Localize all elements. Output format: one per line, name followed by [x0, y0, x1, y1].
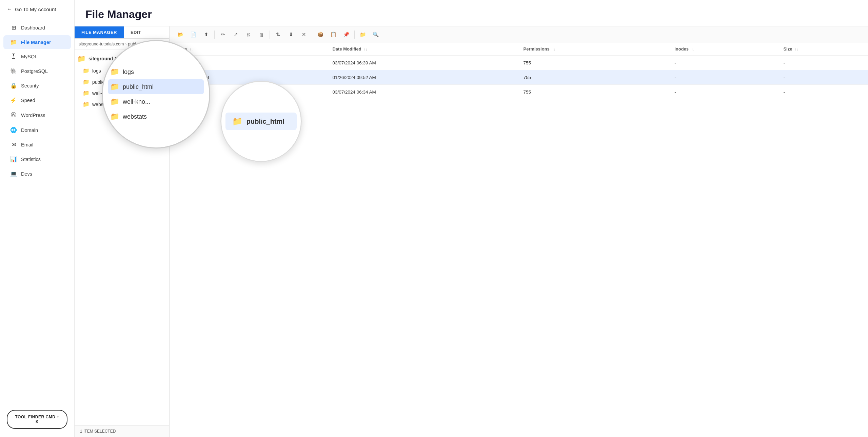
- sidebar-item-security[interactable]: 🔒 Security: [3, 79, 71, 93]
- sidebar-label-wordpress: WordPress: [21, 113, 45, 118]
- sidebar-nav: ⊞ Dashboard 📁 File Manager 🗄 MySQL 🐘 Pos…: [0, 17, 74, 404]
- table-header: Name ↑↓Date Modified ↑↓Permissions ↑↓Ino…: [170, 43, 868, 55]
- cell-inodes-logs: -: [669, 55, 778, 70]
- go-to-account-button[interactable]: ← Go To My Account: [0, 0, 74, 17]
- tree-label-logs: logs: [92, 68, 101, 74]
- sort-icon-size: ↑↓: [795, 47, 798, 51]
- tree-item-well-know...[interactable]: 📁 well-know...: [75, 87, 169, 99]
- cell-name-webstats: 📁 webstats: [170, 85, 327, 99]
- cell-size-public_html: -: [778, 70, 868, 85]
- toolbar-btn-delete-6[interactable]: 🗑: [256, 29, 267, 40]
- tool-finder-button[interactable]: TOOL FINDER CMD + K: [7, 410, 67, 429]
- table-row[interactable]: 📁 public_html 01/26/2024 09:52 AM 755 - …: [170, 70, 868, 85]
- toolbar-btn-search-14[interactable]: 🔍: [370, 29, 381, 40]
- toolbar-btn-edit-3[interactable]: ✏: [217, 29, 228, 40]
- sidebar-label-mysql: MySQL: [21, 54, 37, 59]
- domain-icon: 🌐: [10, 127, 17, 133]
- sidebar-item-file-manager[interactable]: 📁 File Manager: [3, 35, 71, 49]
- sidebar-item-mysql[interactable]: 🗄 MySQL: [3, 50, 71, 63]
- col-header-permissions[interactable]: Permissions ↑↓: [518, 43, 669, 55]
- speed-icon: ⚡: [10, 97, 17, 103]
- toolbar-btn-pin-12[interactable]: 📌: [341, 29, 352, 40]
- breadcrumb: siteground-tutorials.com › publ...: [75, 39, 169, 49]
- col-header-name[interactable]: Name ↑↓: [170, 43, 327, 55]
- sidebar-item-devs[interactable]: 💻 Devs: [3, 167, 71, 181]
- col-header-inodes[interactable]: Inodes ↑↓: [669, 43, 778, 55]
- toolbar: 📂📄⬆✏↗⎘🗑⇅⬇✕📦📋📌📁🔍: [170, 26, 868, 43]
- cell-inodes-public_html: -: [669, 70, 778, 85]
- toolbar-separator-10: [312, 31, 312, 39]
- toolbar-btn-move-7[interactable]: ⇅: [273, 29, 283, 40]
- file-manager-icon: 📁: [10, 39, 17, 45]
- security-icon: 🔒: [10, 82, 17, 89]
- cell-name-public_html: 📁 public_html: [170, 70, 327, 85]
- sidebar-label-devs: Devs: [21, 171, 32, 177]
- sidebar-item-speed[interactable]: ⚡ Speed: [3, 93, 71, 107]
- cell-size-logs: -: [778, 55, 868, 70]
- sidebar-item-wordpress[interactable]: Ⓦ WordPress: [3, 108, 71, 122]
- status-bar: 1 ITEM SELECTED: [75, 425, 169, 437]
- cell-date-webstats: 03/07/2024 06:34 AM: [327, 85, 518, 99]
- sidebar-item-statistics[interactable]: 📊 Statistics: [3, 152, 71, 166]
- status-text: 1 ITEM SELECTED: [80, 429, 116, 434]
- filename-webstats: webstats: [186, 90, 204, 95]
- tab-file-manager-tab[interactable]: FILE MANAGER: [75, 26, 124, 38]
- toolbar-btn-download-8[interactable]: ⬇: [285, 29, 296, 40]
- statistics-icon: 📊: [10, 156, 17, 162]
- toolbar-btn-delete-9[interactable]: ✕: [298, 29, 309, 40]
- tree-item-logs[interactable]: 📁 logs: [75, 65, 169, 76]
- sidebar-label-dashboard: Dashboard: [21, 25, 45, 31]
- root-folder-icon: 📁: [77, 55, 86, 63]
- toolbar-btn-new-folder-0[interactable]: 📂: [175, 29, 186, 40]
- sidebar-label-statistics: Statistics: [21, 157, 41, 162]
- cell-inodes-webstats: -: [669, 85, 778, 99]
- folder-tree: 📁siteground-tutorials.com 📁 logs 📁 publi…: [75, 49, 169, 425]
- sidebar-label-speed: Speed: [21, 98, 35, 103]
- sidebar-item-email[interactable]: ✉ Email: [3, 138, 71, 152]
- file-manager: FILE MANAGEREDIT siteground-tutorials.co…: [75, 26, 868, 437]
- table-row[interactable]: 📁 webstats 03/07/2024 06:34 AM 755 - -: [170, 85, 868, 99]
- tab-bar: FILE MANAGEREDIT: [75, 26, 169, 39]
- sidebar-item-domain[interactable]: 🌐 Domain: [3, 123, 71, 137]
- toolbar-btn-copy-11[interactable]: 📋: [328, 29, 339, 40]
- sidebar-item-postgresql[interactable]: 🐘 PostgreSQL: [3, 64, 71, 78]
- breadcrumb-sep: ›: [125, 42, 126, 46]
- tree-label-well-know...: well-know...: [92, 91, 117, 96]
- toolbar-btn-new-file-1[interactable]: 📄: [188, 29, 199, 40]
- breadcrumb-root: siteground-tutorials.com: [79, 42, 124, 46]
- page-title: File Manager: [85, 8, 857, 21]
- toolbar-btn-move-4[interactable]: ↗: [230, 29, 241, 40]
- sidebar-item-dashboard[interactable]: ⊞ Dashboard: [3, 21, 71, 35]
- cell-size-webstats: -: [778, 85, 868, 99]
- table-row[interactable]: 📁 logs 03/07/2024 06:39 AM 755 - -: [170, 55, 868, 70]
- tree-label-public_html: public_html: [92, 79, 116, 85]
- toolbar-btn-copy-5[interactable]: ⎘: [243, 29, 254, 40]
- toolbar-separator-3: [214, 31, 215, 39]
- toolbar-btn-new-folder-13[interactable]: 📁: [357, 29, 368, 40]
- tree-item-public_html[interactable]: 📁 public_html: [75, 76, 169, 87]
- toolbar-btn-upload-2[interactable]: ⬆: [201, 29, 212, 40]
- back-arrow-icon: ←: [7, 6, 12, 12]
- folder-icon-webstats: 📁: [83, 101, 90, 107]
- devs-icon: 💻: [10, 171, 17, 177]
- tab-edit-tab[interactable]: EDIT: [124, 26, 148, 38]
- tree-root[interactable]: 📁siteground-tutorials.com: [75, 52, 169, 65]
- tree-item-webstats[interactable]: 📁 webstats: [75, 99, 169, 110]
- file-icon-public_html: 📁: [175, 74, 182, 81]
- col-header-size[interactable]: Size ↑↓: [778, 43, 868, 55]
- toolbar-separator-13: [354, 31, 355, 39]
- sort-icon-name: ↑↓: [190, 47, 193, 51]
- sort-icon-date_modified: ↑↓: [364, 47, 367, 51]
- col-header-date_modified[interactable]: Date Modified ↑↓: [327, 43, 518, 55]
- sidebar: ← Go To My Account ⊞ Dashboard 📁 File Ma…: [0, 0, 75, 437]
- filename-logs: logs: [186, 60, 194, 65]
- cell-name-logs: 📁 logs: [170, 55, 327, 70]
- sidebar-label-email: Email: [21, 142, 33, 147]
- tree-root-label: siteground-tutorials.com: [88, 56, 144, 61]
- wordpress-icon: Ⓦ: [10, 112, 17, 119]
- folder-icon-well-know...: 📁: [83, 90, 90, 96]
- cell-permissions-public_html: 755: [518, 70, 669, 85]
- sidebar-label-file-manager: File Manager: [21, 40, 51, 45]
- toolbar-separator-7: [270, 31, 270, 39]
- toolbar-btn-archive-10[interactable]: 📦: [315, 29, 326, 40]
